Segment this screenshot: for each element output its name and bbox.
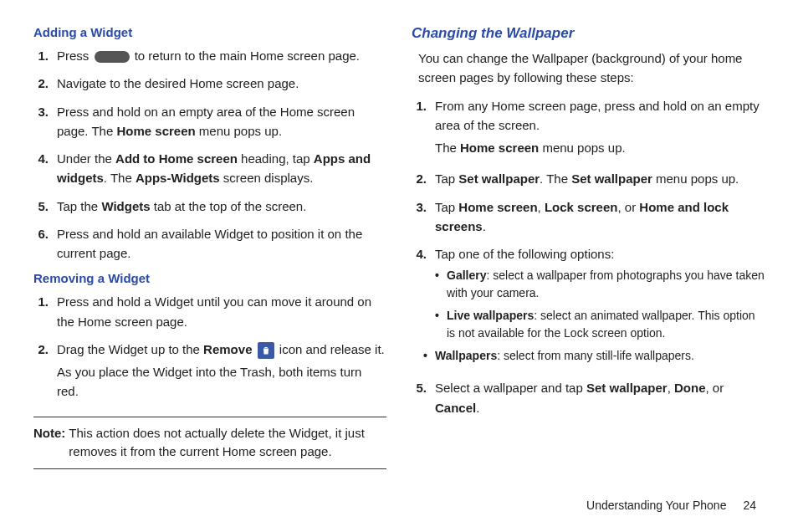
heading-removing-widget: Removing a Widget <box>33 271 386 285</box>
list-item: 5. Tap the Widgets tab at the top of the… <box>33 197 386 216</box>
step-body: Press and hold a Widget until you can mo… <box>57 292 386 331</box>
step-body: Select a wallpaper and tap Set wallpaper… <box>435 378 765 417</box>
step-body: Under the Add to Home screen heading, ta… <box>57 149 386 188</box>
step-body: Tap the Widgets tab at the top of the sc… <box>57 197 386 216</box>
page-columns: Adding a Widget 1. Press to return to th… <box>33 25 765 469</box>
step-number: 6. <box>33 224 57 263</box>
step-number: 2. <box>412 169 435 188</box>
list-item: 1. Press to return to the main Home scre… <box>33 46 386 65</box>
list-item: 4. Tap one of the following options: • G… <box>412 244 765 370</box>
step-number: 1. <box>33 292 57 331</box>
step-number: 4. <box>33 149 57 188</box>
list-item: 2. Navigate to the desired Home screen p… <box>33 74 386 93</box>
wallpaper-options: • Gallery: select a wallpaper from photo… <box>435 267 765 365</box>
list-item: 4. Under the Add to Home screen heading,… <box>33 149 386 188</box>
bullet-item: • Live wallpapers: select an animated wa… <box>435 307 765 342</box>
right-column: Changing the Wallpaper You can change th… <box>412 25 765 469</box>
list-item: 6. Press and hold an available Widget to… <box>33 224 386 263</box>
note-block: Note: This action does not actually dele… <box>33 417 386 469</box>
step-body: Press to return to the main Home screen … <box>57 46 386 65</box>
heading-adding-widget: Adding a Widget <box>33 25 386 39</box>
list-item: 3. Tap Home screen, Lock screen, or Home… <box>412 197 765 237</box>
list-item: 2. Tap Set wallpaper. The Set wallpaper … <box>412 169 765 188</box>
home-button-icon <box>95 51 130 63</box>
step-number: 3. <box>33 102 57 141</box>
heading-changing-wallpaper: Changing the Wallpaper <box>412 25 765 42</box>
list-item: 2. Drag the Widget up to the Remove icon… <box>33 340 386 405</box>
step-number: 1. <box>33 46 57 65</box>
note-label: Note: <box>33 424 69 462</box>
step-body: Tap Home screen, Lock screen, or Home an… <box>435 197 765 237</box>
step-body: Press and hold an available Widget to po… <box>57 224 386 263</box>
page-footer: Understanding Your Phone 24 <box>586 499 756 512</box>
step-body: Navigate to the desired Home screen page… <box>57 74 386 93</box>
step-number: 2. <box>33 74 57 93</box>
step-number: 1. <box>412 96 435 161</box>
list-item: 3. Press and hold on an empty area of th… <box>33 102 386 141</box>
step-body: Tap one of the following options: • Gall… <box>435 244 765 370</box>
left-column: Adding a Widget 1. Press to return to th… <box>33 25 386 469</box>
trash-icon <box>258 342 274 359</box>
step-number: 5. <box>412 378 435 417</box>
step-number: 2. <box>33 340 57 405</box>
bullet-item: • Wallpapers: select from many still-lif… <box>423 347 765 365</box>
page-number: 24 <box>743 499 756 512</box>
step-body: From any Home screen page, press and hol… <box>435 96 765 161</box>
wallpaper-steps: 1. From any Home screen page, press and … <box>412 96 765 417</box>
step-number: 3. <box>412 197 435 237</box>
bullet-item: • Gallery: select a wallpaper from photo… <box>435 267 765 302</box>
step-body: Tap Set wallpaper. The Set wallpaper men… <box>435 169 765 188</box>
step-body: Drag the Widget up to the Remove icon an… <box>57 340 386 405</box>
section-title: Understanding Your Phone <box>586 499 726 512</box>
note-text: This action does not actually delete the… <box>69 424 386 462</box>
list-item: 1. Press and hold a Widget until you can… <box>33 292 386 331</box>
step-body: Press and hold on an empty area of the H… <box>57 102 386 141</box>
removing-widget-steps: 1. Press and hold a Widget until you can… <box>33 292 386 404</box>
step-number: 5. <box>33 197 57 216</box>
adding-widget-steps: 1. Press to return to the main Home scre… <box>33 46 386 263</box>
list-item: 5. Select a wallpaper and tap Set wallpa… <box>412 378 765 417</box>
list-item: 1. From any Home screen page, press and … <box>412 96 765 161</box>
intro-text: You can change the Wallpaper (background… <box>418 49 765 88</box>
